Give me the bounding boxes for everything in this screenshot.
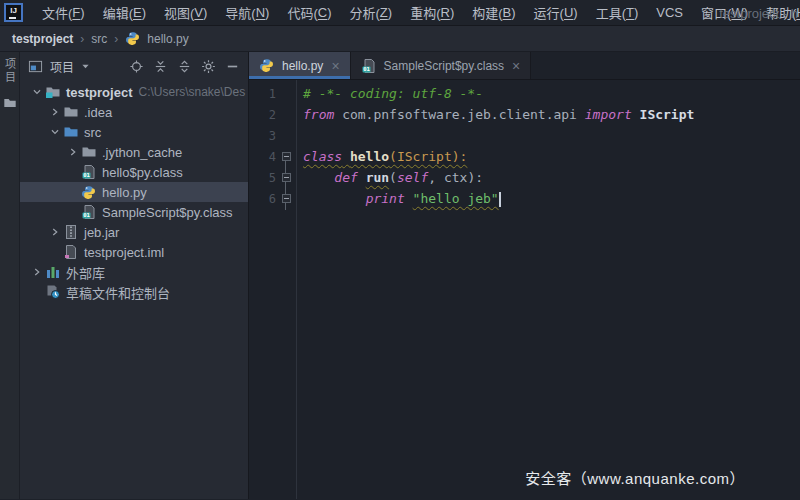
line-number: 1 — [249, 87, 276, 101]
folder-stripe-icon[interactable] — [3, 96, 17, 114]
breadcrumb-separator: › — [114, 32, 118, 46]
fold-spacer — [276, 104, 296, 125]
tree-row-hello.py[interactable]: hello.py — [20, 182, 248, 202]
project-panel-title[interactable]: 项目 — [50, 58, 74, 75]
tree-row-testproject.iml[interactable]: testproject.iml — [20, 242, 248, 262]
code-token — [303, 191, 366, 206]
class-file-icon: 01 — [81, 164, 98, 180]
code-line-1[interactable]: 1# -*- coding: utf-8 -*- — [249, 83, 800, 104]
project-tool-window-button[interactable]: 项目 — [2, 58, 18, 84]
gutter-divider — [296, 80, 297, 499]
code-token: self — [397, 170, 428, 185]
tree-label: 外部库 — [66, 263, 105, 282]
tab-close-icon[interactable]: × — [331, 59, 339, 73]
breadcrumb-label: testproject — [12, 32, 73, 46]
chevron-right-icon[interactable] — [28, 264, 45, 280]
menu-run[interactable]: 运行(U) — [525, 0, 587, 25]
menu-analyze[interactable]: 分析(Z) — [341, 0, 402, 25]
code-editor[interactable]: 1# -*- coding: utf-8 -*-2from com.pnfsof… — [249, 80, 800, 499]
project-folder-icon — [45, 84, 62, 100]
tree-row-草稿文件和控制台[interactable]: 草稿文件和控制台 — [20, 282, 248, 302]
menu-tools[interactable]: 工具(T) — [587, 0, 648, 25]
code-line-3[interactable]: 3 — [249, 125, 800, 146]
fold-marker[interactable] — [276, 146, 296, 167]
chevron-spacer — [64, 164, 81, 180]
menu-edit[interactable]: 编辑(E) — [94, 0, 155, 25]
tool-window-stripe: 项目 — [0, 52, 20, 499]
fold-marker[interactable] — [276, 188, 296, 209]
breadcrumb-item-src[interactable]: src — [91, 32, 107, 46]
chevron-right-icon[interactable] — [64, 144, 81, 160]
code-token: class — [303, 149, 342, 164]
code-token: # -*- coding: utf-8 -*- — [303, 86, 483, 101]
menu-navigate[interactable]: 导航(N) — [216, 0, 278, 25]
code-text: print "hello jeb" — [303, 191, 501, 207]
chevron-right-icon[interactable] — [46, 104, 63, 120]
tree-row-testproject[interactable]: testprojectC:\Users\snake\Des — [20, 82, 248, 102]
settings-gear-icon[interactable] — [201, 59, 216, 74]
breadcrumb-item-testproject[interactable]: testproject — [12, 32, 73, 46]
code-token: ctx — [444, 170, 467, 185]
code-text: def run(self, ctx): — [303, 170, 483, 185]
chevron-right-icon[interactable] — [46, 224, 63, 240]
project-panel: 项目 — [20, 52, 248, 499]
menu-file[interactable]: 文件(F) — [33, 0, 94, 25]
src-folder-icon — [63, 124, 80, 140]
code-line-5[interactable]: 5 def run(self, ctx): — [249, 167, 800, 188]
panel-header-actions — [129, 59, 240, 74]
python-file-icon — [81, 184, 98, 200]
code-token: from — [303, 107, 334, 122]
tab-label: hello.py — [282, 59, 323, 73]
chevron-down-icon[interactable] — [81, 62, 90, 71]
menu-view[interactable]: 视图(V) — [155, 0, 216, 25]
line-number: 4 — [249, 150, 276, 164]
code-token: "hello jeb" — [413, 191, 499, 206]
tree-row-src[interactable]: src — [20, 122, 248, 142]
locate-file-icon[interactable] — [129, 59, 144, 74]
menu-code[interactable]: 代码(C) — [278, 0, 340, 25]
tree-label: hello$py.class — [102, 165, 183, 180]
project-path: C:\Users\snake\Des — [138, 85, 245, 99]
chevron-down-icon[interactable] — [46, 124, 63, 140]
hide-panel-icon[interactable] — [225, 59, 240, 74]
editor-tab-SampleScript$py.class[interactable]: 01SampleScript$py.class× — [351, 52, 532, 79]
tree-row-.idea[interactable]: .idea — [20, 102, 248, 122]
code-text: class hello(IScript): — [303, 149, 467, 164]
code-line-4[interactable]: 4class hello(IScript): — [249, 146, 800, 167]
breadcrumb-label: src — [91, 32, 107, 46]
code-token — [342, 149, 350, 164]
code-line-2[interactable]: 2from com.pnfsoftware.jeb.client.api imp… — [249, 104, 800, 125]
tree-label: SampleScript$py.class — [102, 205, 233, 220]
code-token: , — [428, 170, 444, 185]
menu-vcs[interactable]: VCS — [647, 0, 692, 25]
tree-label: testproject — [66, 85, 132, 100]
svg-text:01: 01 — [363, 66, 370, 72]
tree-row-.jython_cache[interactable]: .jython_cache — [20, 142, 248, 162]
editor-tab-hello.py[interactable]: hello.py× — [249, 52, 351, 79]
tree-row-外部库[interactable]: 外部库 — [20, 262, 248, 282]
code-line-6[interactable]: 6 print "hello jeb" — [249, 188, 800, 209]
tab-label: SampleScript$py.class — [384, 59, 505, 73]
menu-bar: IJ 文件(F)编辑(E)视图(V)导航(N)代码(C)分析(Z)重构(R)构建… — [0, 0, 800, 26]
external-libraries-icon — [45, 264, 62, 280]
code-token: import — [585, 107, 632, 122]
menu-refactor[interactable]: 重构(R) — [401, 0, 463, 25]
tree-row-hello$py.class[interactable]: 01hello$py.class — [20, 162, 248, 182]
tree-row-jeb.jar[interactable]: jeb.jar — [20, 222, 248, 242]
menu-build[interactable]: 构建(B) — [463, 0, 524, 25]
intellij-logo-icon[interactable]: IJ — [4, 3, 23, 22]
breadcrumb-label: hello.py — [147, 32, 188, 46]
tree-row-SampleScript$py.class[interactable]: 01SampleScript$py.class — [20, 202, 248, 222]
editor-tab-bar: hello.py×01SampleScript$py.class× — [249, 52, 800, 80]
collapse-all-icon[interactable] — [153, 59, 168, 74]
breadcrumb-item-hello.py[interactable]: hello.py — [125, 31, 188, 47]
code-token: ): — [467, 170, 483, 185]
code-token: def — [334, 170, 357, 185]
fold-marker[interactable] — [276, 167, 296, 188]
expand-all-icon[interactable] — [177, 59, 192, 74]
chevron-down-icon[interactable] — [28, 84, 45, 100]
text-caret — [499, 192, 501, 207]
tab-close-icon[interactable]: × — [512, 59, 520, 73]
class-file-icon: 01 — [81, 204, 98, 220]
line-number: 2 — [249, 108, 276, 122]
